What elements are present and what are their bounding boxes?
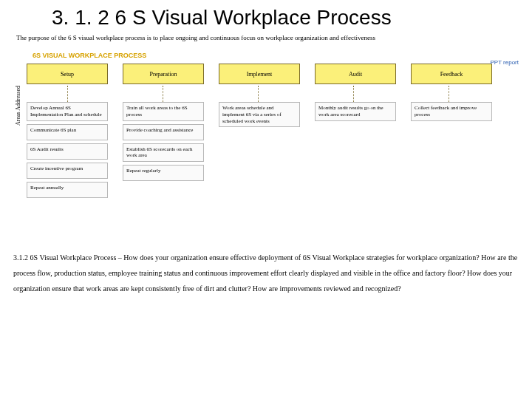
connector-line — [353, 86, 354, 102]
page-title: 3. 1. 2 6 S Visual Workplace Process — [52, 6, 522, 30]
col-feedback: Collect feedback and improve process — [411, 102, 492, 198]
task-box: Collect feedback and improve process — [411, 102, 492, 121]
task-box: Provide coaching and assistance — [123, 124, 204, 140]
task-box: 6S Audit results — [27, 143, 108, 160]
bottom-paragraph: 3.1.2 6S Visual Workplace Process – How … — [10, 250, 522, 296]
connector-row — [67, 86, 514, 102]
task-box: Monthly audit results go on the work are… — [315, 102, 396, 121]
task-box: Work areas schedule and implement 6S via… — [219, 102, 300, 127]
task-box: Repeat annually — [27, 182, 108, 198]
col-preparation: Train all work areas to the 6S process P… — [123, 102, 204, 198]
process-title: 6S VISUAL WORKPLACE PROCESS — [33, 52, 522, 59]
connector-line — [163, 86, 163, 102]
slide: 3. 1. 2 6 S Visual Workplace Process The… — [0, 0, 532, 399]
task-box: Create incentive program — [27, 163, 108, 179]
col-audit: Monthly audit results go on the work are… — [315, 102, 396, 198]
ppt-report-label: PPT report — [490, 59, 519, 66]
areas-addressed-label: Areas Addressed — [15, 86, 21, 126]
process-chart: PPT report Areas Addressed Setup Prepara… — [27, 64, 514, 198]
connector-line — [449, 86, 449, 102]
col-setup: Develop Annual 6S Implementation Plan an… — [27, 102, 108, 198]
stage-row: Setup Preparation Implement Audit Feedba… — [27, 64, 514, 84]
task-box: Establish 6S scorecards on each work are… — [123, 143, 204, 163]
stage-feedback: Feedback — [411, 64, 492, 84]
stage-setup: Setup — [27, 64, 108, 84]
task-box: Repeat regularly — [123, 165, 204, 181]
task-box: Communicate 6S plan — [27, 124, 108, 140]
stage-audit: Audit — [315, 64, 396, 84]
connector-line — [67, 86, 68, 102]
activities-grid: Develop Annual 6S Implementation Plan an… — [27, 102, 514, 198]
stage-preparation: Preparation — [123, 64, 204, 84]
purpose-text: The purpose of the 6 S visual workplace … — [16, 34, 522, 41]
col-implement: Work areas schedule and implement 6S via… — [219, 102, 300, 198]
task-box: Train all work areas to the 6S process — [123, 102, 204, 121]
stage-implement: Implement — [219, 64, 300, 84]
connector-line — [258, 86, 259, 102]
task-box: Develop Annual 6S Implementation Plan an… — [27, 102, 108, 121]
